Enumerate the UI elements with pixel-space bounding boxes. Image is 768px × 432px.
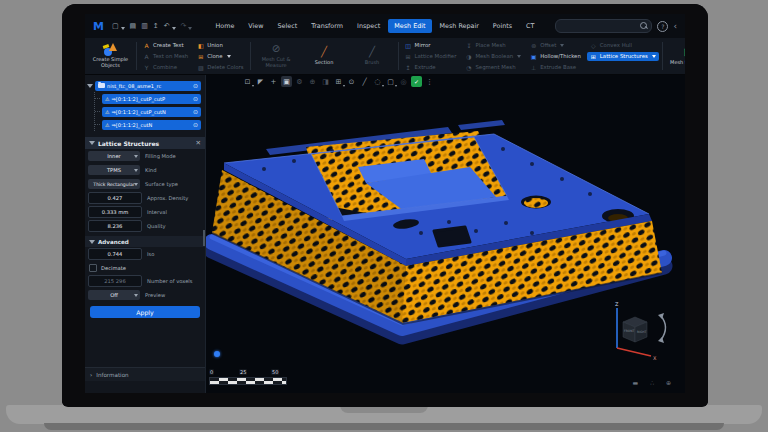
lattice-panel-header[interactable]: Lattice Structures ✕ bbox=[85, 137, 205, 149]
segment-mesh-button[interactable]: ◔Segment Mesh bbox=[462, 63, 524, 72]
frame-select-button[interactable]: ⊡ bbox=[242, 76, 253, 87]
combine-button[interactable]: YCombine bbox=[140, 63, 191, 72]
hollow-thicken-button[interactable]: ▣Hollow/Thicken bbox=[527, 52, 584, 61]
confirm-button[interactable]: ✓ bbox=[411, 76, 422, 87]
quality-input[interactable] bbox=[88, 220, 142, 232]
tab-select[interactable]: Select bbox=[272, 19, 304, 33]
mesh-to-points-button[interactable]: ▷ Mesh to Points bbox=[666, 46, 685, 66]
convex-hull-button[interactable]: ◇Convex Hull bbox=[587, 41, 659, 50]
approx-density-field[interactable] bbox=[89, 195, 141, 201]
brush-button[interactable]: ╱ Brush bbox=[350, 46, 395, 66]
tab-ct[interactable]: CT bbox=[520, 19, 540, 33]
filling-mode-select[interactable]: Inner bbox=[88, 151, 140, 161]
lasso-button[interactable]: ◌ bbox=[372, 76, 383, 87]
navigation-gizmo[interactable]: Z X FRONT RIGHT bbox=[595, 298, 679, 364]
ribbon-label: Lattice Modifier bbox=[415, 53, 457, 59]
tab-home[interactable]: Home bbox=[209, 19, 240, 33]
visibility-eye-icon[interactable]: ⊙ bbox=[193, 95, 198, 102]
tree-child-row[interactable]: ⚠ ⇒[0:1:1:2]_cutP_cutN ⊙ bbox=[95, 105, 205, 118]
extrude-base-button[interactable]: ⊥Extrude Base bbox=[527, 63, 584, 72]
scale-bar-icon[interactable]: ▬ bbox=[632, 379, 638, 386]
visibility-eye-icon[interactable]: ⊙ bbox=[193, 121, 198, 128]
quality-field[interactable] bbox=[89, 223, 141, 229]
chevron-down-icon bbox=[652, 55, 656, 58]
offset-button[interactable]: ⊚Offset bbox=[527, 41, 584, 50]
surface-type-select[interactable]: Thick Rectangular bbox=[88, 179, 140, 189]
tab-view[interactable]: View bbox=[242, 19, 269, 33]
lattice-modifier-button[interactable]: ⊞Lattice Modifier bbox=[402, 52, 460, 61]
visibility-eye-icon[interactable]: ⊙ bbox=[193, 108, 198, 115]
tree-item[interactable]: ⚠ ⇒[0:1:1:2]_cutN ⊙ bbox=[102, 120, 201, 130]
help-button[interactable]: ? bbox=[657, 21, 668, 32]
field-row: Approx. Density bbox=[85, 191, 205, 205]
tab-points[interactable]: Points bbox=[487, 19, 518, 33]
line-button[interactable]: ╱ bbox=[359, 76, 370, 87]
duplicate-button[interactable]: ⊞ bbox=[333, 76, 344, 87]
settings-button[interactable]: ⚙ bbox=[294, 76, 305, 87]
mirror-button[interactable]: ◫Mirror bbox=[402, 41, 460, 50]
mesh-boolean-button[interactable]: ◑Mesh Boolean bbox=[462, 52, 524, 61]
more-options-button[interactable]: ⋮ bbox=[424, 76, 435, 87]
lattice-structures-button[interactable]: ⊞Lattice Structures bbox=[587, 52, 659, 61]
tree-root-item[interactable]: nist_ftc_08_asme1_rc ⊙ bbox=[95, 81, 201, 91]
region-select-button[interactable]: ▢ bbox=[385, 76, 396, 87]
paint-button[interactable]: ⊙ bbox=[346, 76, 357, 87]
create-text-button[interactable]: ACreate Text bbox=[140, 41, 191, 50]
tab-inspect[interactable]: Inspect bbox=[351, 19, 386, 33]
duplicate-icon: ⊞ bbox=[336, 78, 342, 86]
preview-select[interactable]: Off bbox=[88, 290, 140, 300]
apply-button[interactable]: Apply bbox=[90, 306, 200, 318]
tree-item[interactable]: ⚠ ⇒[0:1:1:2]_cutP_cutP ⊙ bbox=[102, 94, 201, 104]
interval-field[interactable] bbox=[89, 209, 141, 215]
orbit-button[interactable]: ⊕ bbox=[307, 76, 318, 87]
chevron-down-icon[interactable] bbox=[87, 84, 93, 88]
advanced-section-header[interactable]: Advanced bbox=[85, 236, 205, 247]
tab-mesh-repair[interactable]: Mesh Repair bbox=[434, 19, 485, 33]
search-field[interactable] bbox=[556, 20, 651, 32]
ribbon-label: Segment Mesh bbox=[475, 64, 515, 70]
extrude-button[interactable]: ↥Extrude bbox=[402, 63, 460, 72]
undo-button[interactable]: ↶ bbox=[164, 22, 176, 30]
iso-field[interactable] bbox=[89, 251, 141, 257]
search-input[interactable] bbox=[555, 19, 652, 33]
close-icon[interactable]: ✕ bbox=[196, 139, 201, 147]
collapse-ribbon-button[interactable]: ‹ bbox=[673, 22, 677, 31]
perspective-icon[interactable]: ∴ bbox=[650, 379, 654, 386]
tree-root-row[interactable]: nist_ftc_08_asme1_rc ⊙ bbox=[85, 79, 205, 92]
snap-target-button[interactable]: ◎ bbox=[398, 76, 409, 87]
new-file-button[interactable]: ▢ bbox=[112, 22, 125, 30]
mesh-cut-measure-button[interactable]: ⊘ Mesh Cut & Measure bbox=[254, 43, 299, 69]
tree-item[interactable]: ⚠ ⇒[0:1:1:2]_cutP_cutN ⊙ bbox=[102, 107, 201, 117]
text-on-mesh-button[interactable]: AText on Mesh bbox=[140, 52, 191, 61]
section-button[interactable]: ╱ Section bbox=[302, 46, 347, 66]
transform-box-button[interactable]: ▣ bbox=[281, 76, 292, 87]
tab-transform[interactable]: Transform bbox=[305, 19, 349, 33]
information-panel-header[interactable]: › Information bbox=[85, 367, 205, 381]
roller-button[interactable]: ◨ bbox=[320, 76, 331, 87]
tab-mesh-edit[interactable]: Mesh Edit bbox=[388, 19, 431, 33]
cursor-button[interactable]: ◤ bbox=[255, 76, 266, 87]
import-button[interactable]: ↥ bbox=[153, 22, 159, 30]
open-folder-button[interactable]: ▤ bbox=[130, 22, 137, 30]
3d-viewport[interactable]: ⊡ ◤ + ▣ ⚙ ⊕ ◨ ⊞ ⊙ ╱ ◌ ▢ ◎ ✓ ⋮ 0 25 bbox=[206, 75, 685, 393]
place-mesh-button[interactable]: ↧Place Mesh bbox=[462, 41, 524, 50]
iso-input[interactable] bbox=[88, 248, 142, 260]
approx-density-input[interactable] bbox=[88, 192, 142, 204]
create-simple-objects-button[interactable]: Create Simple Objects bbox=[88, 43, 133, 69]
delete-colors-button[interactable]: ▨Delete Colors bbox=[194, 63, 246, 72]
tree-child-row[interactable]: ⚠ ⇒[0:1:1:2]_cutP_cutP ⊙ bbox=[95, 92, 205, 105]
decimate-checkbox[interactable] bbox=[89, 264, 97, 272]
move-button[interactable]: + bbox=[268, 76, 279, 87]
union-button[interactable]: ◧Union bbox=[194, 41, 246, 50]
kind-select[interactable]: TPMS bbox=[88, 165, 140, 175]
center-view-icon[interactable]: ⊕ bbox=[666, 379, 671, 386]
tree-child-row[interactable]: ⚠ ⇒[0:1:1:2]_cutN ⊙ bbox=[95, 118, 205, 131]
redo-button[interactable]: ↷ bbox=[181, 22, 193, 30]
material-color-dot[interactable] bbox=[214, 351, 220, 357]
clone-button[interactable]: ⊞Clone bbox=[194, 52, 246, 61]
visibility-eye-icon[interactable]: ⊙ bbox=[193, 82, 198, 89]
save-button[interactable]: ▥ bbox=[141, 22, 148, 30]
panel-scrollbar[interactable] bbox=[203, 230, 205, 246]
offset-icon: ⊚ bbox=[530, 42, 537, 49]
interval-input[interactable] bbox=[88, 206, 142, 218]
